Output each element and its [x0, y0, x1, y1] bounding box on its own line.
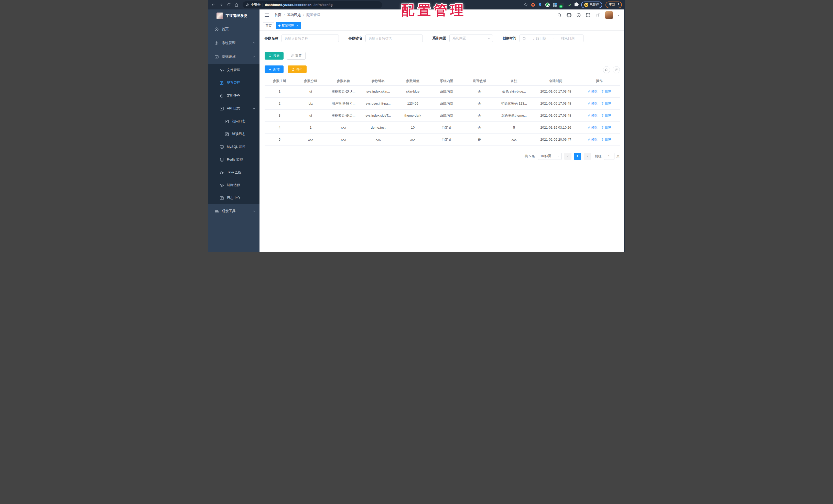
extension-grid-icon[interactable] — [553, 3, 556, 7]
help-icon[interactable] — [576, 13, 581, 17]
refresh-table-button[interactable] — [613, 66, 620, 73]
extensions-puzzle-icon[interactable] — [574, 3, 578, 6]
sidebar-item-api-log[interactable]: API 日志 — [208, 102, 260, 115]
pencil-icon — [588, 138, 590, 141]
browser-menu-icon[interactable] — [618, 4, 619, 5]
breadcrumb-item-home[interactable]: 首页 — [275, 13, 282, 17]
cell-group: biz — [294, 97, 327, 109]
delete-link[interactable]: 删除 — [601, 89, 611, 94]
extension-check-icon[interactable] — [545, 3, 550, 7]
tag-close-icon[interactable] — [296, 25, 299, 27]
edit-link[interactable]: 修改 — [588, 113, 598, 118]
extension-donut-icon[interactable] — [531, 3, 535, 7]
edit-square-icon — [219, 81, 224, 85]
browser-update-button[interactable]: 更新 — [605, 2, 622, 8]
toggle-search-button[interactable] — [603, 66, 610, 73]
sidebar-submenu-infra: 文件管理 配置管理 定时任务 API 日志 访问日志 — [208, 64, 260, 204]
search-icon — [268, 54, 272, 57]
security-warning[interactable]: 不安全 — [246, 3, 261, 7]
sidebar-item-home[interactable]: 首页 — [208, 22, 260, 36]
cell-time: 2021-02-09 20:06:47 — [532, 133, 579, 146]
table-row: 2 biz 用户管理-账号... sys.user.init-pa... 123… — [265, 97, 620, 109]
tag-config-manage[interactable]: 配置管理 — [276, 22, 301, 29]
address-bar[interactable]: 不安全 dashboard.yudao.iocoder.cn/infra/con… — [243, 1, 382, 8]
breadcrumb-item-infra[interactable]: 基础设施 — [287, 13, 301, 17]
sidebar-item-label: Java 监控 — [227, 170, 242, 175]
search-button[interactable]: 搜索 — [265, 52, 284, 59]
sidebar-item-dev-tools[interactable]: 研发工具 — [208, 204, 260, 218]
app-logo-row[interactable]: 芋道管理系统 — [208, 9, 260, 22]
export-button[interactable]: 导出 — [288, 66, 307, 73]
goto-page: 前往 页 — [595, 153, 620, 160]
edit-link[interactable]: 修改 — [588, 89, 598, 94]
user-menu-caret-icon[interactable] — [618, 15, 620, 17]
sidebar-item-file-manage[interactable]: 文件管理 — [208, 64, 260, 76]
goto-page-input[interactable] — [604, 153, 615, 160]
date-range-picker[interactable]: 开始日期 - 结束日期 — [520, 34, 584, 42]
paused-label: 已暂停 — [590, 3, 599, 7]
gear-icon — [214, 41, 219, 45]
font-size-icon[interactable] — [595, 13, 600, 17]
extension-leaf-icon[interactable] — [567, 3, 571, 7]
coffee-icon — [219, 170, 224, 175]
user-avatar[interactable] — [605, 11, 613, 19]
col-param-value: 参数键值 — [396, 77, 430, 85]
sidebar-item-config-manage[interactable]: 配置管理 — [208, 76, 260, 89]
table-row: 3 ui 主框架页-侧边... sys.index.sideT... theme… — [265, 109, 620, 122]
system-builtin-select[interactable]: 系统内置 — [449, 34, 493, 42]
cell-value: skin-blue — [396, 85, 430, 97]
delete-link[interactable]: 删除 — [601, 125, 611, 130]
col-param-group: 参数分组 — [294, 77, 327, 85]
overlay-annotation-title: 配置管理 — [401, 2, 467, 20]
sidebar-item-infra[interactable]: 基础设施 — [208, 50, 260, 64]
page-size-select[interactable]: 10条/页 — [538, 153, 562, 160]
extension-pin-icon[interactable] — [538, 3, 542, 7]
edit-link[interactable]: 修改 — [588, 101, 598, 106]
forward-icon[interactable] — [219, 3, 223, 7]
sidebar-item-system[interactable]: 系统管理 — [208, 36, 260, 50]
edit-link[interactable]: 修改 — [588, 137, 598, 142]
extension-on-icon[interactable]: on — [560, 3, 564, 7]
warning-icon — [246, 3, 249, 7]
tag-home[interactable]: 首页 — [263, 22, 274, 29]
delete-link[interactable]: 删除 — [601, 113, 611, 118]
bookmark-star-icon[interactable] — [524, 3, 528, 7]
delete-link[interactable]: 删除 — [601, 137, 611, 142]
sidebar-item-log-center[interactable]: 日志中心 — [208, 192, 260, 204]
cell-type: 系统内置 — [430, 109, 463, 122]
github-icon[interactable] — [567, 13, 571, 18]
page-unit-label: 页 — [617, 154, 620, 158]
add-button[interactable]: 新增 — [265, 66, 284, 73]
search-icon[interactable] — [557, 13, 562, 17]
param-key-input[interactable] — [365, 34, 423, 42]
sidebar-item-access-log[interactable]: 访问日志 — [208, 115, 260, 128]
param-name-input[interactable] — [282, 34, 339, 42]
sidebar-item-trace[interactable]: 链路追踪 — [208, 179, 260, 192]
reload-icon[interactable] — [227, 3, 231, 7]
sidebar-item-mysql-monitor[interactable]: MySQL 监控 — [208, 141, 260, 153]
sidebar-item-error-log[interactable]: 错误日志 — [208, 128, 260, 141]
app-logo-avatar — [216, 12, 223, 19]
active-dot-icon — [279, 25, 281, 27]
page-number-1[interactable]: 1 — [574, 153, 581, 160]
paused-badge[interactable]: 已暂停 — [581, 2, 602, 8]
reset-button[interactable]: 重置 — [287, 52, 306, 59]
fullscreen-icon[interactable] — [586, 13, 590, 17]
sidebar-item-label: 基础设施 — [222, 54, 236, 59]
home-icon[interactable] — [234, 3, 239, 7]
sidebar-item-scheduled-jobs[interactable]: 定时任务 — [208, 89, 260, 102]
back-icon[interactable] — [211, 3, 216, 7]
prev-page-button[interactable] — [564, 153, 571, 160]
cell-sensitive: 否 — [463, 97, 496, 109]
sidebar-item-redis-monitor[interactable]: Redis 监控 — [208, 153, 260, 166]
cell-sensitive: 是 — [463, 133, 496, 146]
app-title: 芋道管理系统 — [226, 14, 247, 18]
next-page-button[interactable] — [584, 153, 591, 160]
window-scrollbar[interactable] — [624, 9, 625, 252]
sidebar-toggle-icon[interactable] — [265, 14, 269, 17]
delete-link[interactable]: 删除 — [601, 101, 611, 106]
sidebar-item-java-monitor[interactable]: Java 监控 — [208, 166, 260, 179]
edit-link[interactable]: 修改 — [588, 125, 598, 130]
chevron-down-icon — [487, 37, 490, 40]
header-actions — [557, 11, 620, 19]
